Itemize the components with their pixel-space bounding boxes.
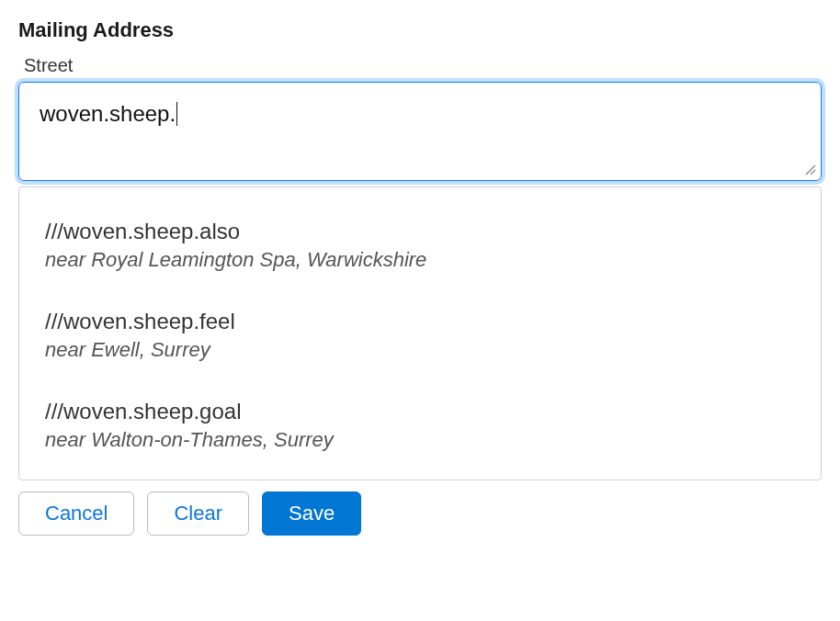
cancel-button[interactable]: Cancel: [18, 491, 134, 536]
autocomplete-item-main: ///woven.sheep.goal: [45, 399, 795, 424]
section-title: Mailing Address: [18, 18, 822, 42]
autocomplete-dropdown: ///woven.sheep.alsonear Royal Leamington…: [18, 186, 822, 480]
street-input[interactable]: woven.sheep.: [18, 82, 822, 181]
street-label: Street: [24, 55, 822, 76]
button-row: Cancel Clear Save: [18, 491, 822, 536]
clear-button[interactable]: Clear: [147, 491, 249, 536]
autocomplete-item[interactable]: ///woven.sheep.feelnear Ewell, Surrey: [19, 299, 821, 390]
mailing-address-section: Mailing Address Street woven.sheep. ///w…: [18, 18, 822, 536]
street-input-wrap: woven.sheep.: [18, 82, 822, 181]
autocomplete-item-sub: near Walton-on-Thames, Surrey: [45, 428, 795, 452]
autocomplete-item-sub: near Royal Leamington Spa, Warwickshire: [45, 248, 795, 272]
autocomplete-item-main: ///woven.sheep.also: [45, 219, 795, 244]
autocomplete-item-main: ///woven.sheep.feel: [45, 309, 795, 334]
autocomplete-item-sub: near Ewell, Surrey: [45, 338, 795, 362]
autocomplete-item[interactable]: ///woven.sheep.alsonear Royal Leamington…: [19, 209, 821, 299]
street-input-value: woven.sheep.: [40, 101, 176, 126]
save-button[interactable]: Save: [262, 491, 361, 536]
text-caret-icon: [176, 102, 177, 126]
autocomplete-item[interactable]: ///woven.sheep.goalnear Walton-on-Thames…: [19, 390, 821, 470]
